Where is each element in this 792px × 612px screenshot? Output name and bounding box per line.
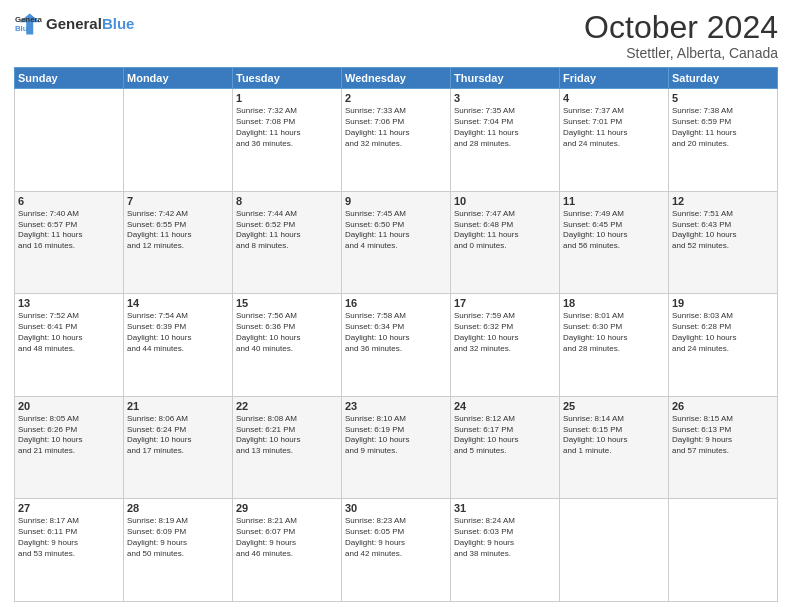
day-number: 10 [454, 195, 556, 207]
calendar-cell: 26Sunrise: 8:15 AM Sunset: 6:13 PM Dayli… [669, 396, 778, 499]
day-detail: Sunrise: 8:19 AM Sunset: 6:09 PM Dayligh… [127, 516, 229, 559]
logo-icon: General Blue [14, 10, 42, 38]
day-number: 12 [672, 195, 774, 207]
day-detail: Sunrise: 7:47 AM Sunset: 6:48 PM Dayligh… [454, 209, 556, 252]
calendar-cell: 1Sunrise: 7:32 AM Sunset: 7:08 PM Daylig… [233, 89, 342, 192]
calendar-day-header: Saturday [669, 68, 778, 89]
location: Stettler, Alberta, Canada [584, 45, 778, 61]
month-title: October 2024 [584, 10, 778, 45]
day-number: 14 [127, 297, 229, 309]
day-detail: Sunrise: 8:10 AM Sunset: 6:19 PM Dayligh… [345, 414, 447, 457]
calendar-cell: 18Sunrise: 8:01 AM Sunset: 6:30 PM Dayli… [560, 294, 669, 397]
calendar: SundayMondayTuesdayWednesdayThursdayFrid… [14, 67, 778, 602]
calendar-week-row: 20Sunrise: 8:05 AM Sunset: 6:26 PM Dayli… [15, 396, 778, 499]
logo-general: General [46, 15, 102, 32]
day-detail: Sunrise: 7:45 AM Sunset: 6:50 PM Dayligh… [345, 209, 447, 252]
calendar-cell: 5Sunrise: 7:38 AM Sunset: 6:59 PM Daylig… [669, 89, 778, 192]
day-detail: Sunrise: 7:37 AM Sunset: 7:01 PM Dayligh… [563, 106, 665, 149]
day-detail: Sunrise: 7:49 AM Sunset: 6:45 PM Dayligh… [563, 209, 665, 252]
day-detail: Sunrise: 8:12 AM Sunset: 6:17 PM Dayligh… [454, 414, 556, 457]
calendar-cell: 12Sunrise: 7:51 AM Sunset: 6:43 PM Dayli… [669, 191, 778, 294]
calendar-cell [560, 499, 669, 602]
day-number: 24 [454, 400, 556, 412]
calendar-week-row: 6Sunrise: 7:40 AM Sunset: 6:57 PM Daylig… [15, 191, 778, 294]
logo-text: GeneralBlue [46, 15, 134, 33]
day-detail: Sunrise: 7:38 AM Sunset: 6:59 PM Dayligh… [672, 106, 774, 149]
day-detail: Sunrise: 8:01 AM Sunset: 6:30 PM Dayligh… [563, 311, 665, 354]
calendar-day-header: Friday [560, 68, 669, 89]
day-number: 31 [454, 502, 556, 514]
day-number: 15 [236, 297, 338, 309]
day-detail: Sunrise: 8:17 AM Sunset: 6:11 PM Dayligh… [18, 516, 120, 559]
header: General Blue GeneralBlue October 2024 St… [14, 10, 778, 61]
calendar-cell: 9Sunrise: 7:45 AM Sunset: 6:50 PM Daylig… [342, 191, 451, 294]
calendar-day-header: Monday [124, 68, 233, 89]
day-number: 25 [563, 400, 665, 412]
day-number: 29 [236, 502, 338, 514]
day-number: 27 [18, 502, 120, 514]
title-block: October 2024 Stettler, Alberta, Canada [584, 10, 778, 61]
calendar-day-header: Tuesday [233, 68, 342, 89]
calendar-cell [15, 89, 124, 192]
day-detail: Sunrise: 7:52 AM Sunset: 6:41 PM Dayligh… [18, 311, 120, 354]
day-number: 28 [127, 502, 229, 514]
calendar-cell: 23Sunrise: 8:10 AM Sunset: 6:19 PM Dayli… [342, 396, 451, 499]
calendar-cell: 8Sunrise: 7:44 AM Sunset: 6:52 PM Daylig… [233, 191, 342, 294]
day-number: 5 [672, 92, 774, 104]
calendar-cell: 4Sunrise: 7:37 AM Sunset: 7:01 PM Daylig… [560, 89, 669, 192]
calendar-day-header: Wednesday [342, 68, 451, 89]
calendar-cell: 22Sunrise: 8:08 AM Sunset: 6:21 PM Dayli… [233, 396, 342, 499]
day-detail: Sunrise: 7:35 AM Sunset: 7:04 PM Dayligh… [454, 106, 556, 149]
calendar-day-header: Sunday [15, 68, 124, 89]
calendar-cell [669, 499, 778, 602]
day-number: 16 [345, 297, 447, 309]
day-detail: Sunrise: 8:15 AM Sunset: 6:13 PM Dayligh… [672, 414, 774, 457]
calendar-cell: 28Sunrise: 8:19 AM Sunset: 6:09 PM Dayli… [124, 499, 233, 602]
calendar-cell: 29Sunrise: 8:21 AM Sunset: 6:07 PM Dayli… [233, 499, 342, 602]
day-detail: Sunrise: 7:51 AM Sunset: 6:43 PM Dayligh… [672, 209, 774, 252]
calendar-week-row: 1Sunrise: 7:32 AM Sunset: 7:08 PM Daylig… [15, 89, 778, 192]
day-number: 7 [127, 195, 229, 207]
day-number: 19 [672, 297, 774, 309]
day-number: 11 [563, 195, 665, 207]
calendar-cell: 19Sunrise: 8:03 AM Sunset: 6:28 PM Dayli… [669, 294, 778, 397]
day-number: 18 [563, 297, 665, 309]
calendar-cell: 2Sunrise: 7:33 AM Sunset: 7:06 PM Daylig… [342, 89, 451, 192]
svg-text:General: General [15, 15, 42, 24]
calendar-cell: 11Sunrise: 7:49 AM Sunset: 6:45 PM Dayli… [560, 191, 669, 294]
calendar-week-row: 13Sunrise: 7:52 AM Sunset: 6:41 PM Dayli… [15, 294, 778, 397]
calendar-week-row: 27Sunrise: 8:17 AM Sunset: 6:11 PM Dayli… [15, 499, 778, 602]
calendar-cell: 31Sunrise: 8:24 AM Sunset: 6:03 PM Dayli… [451, 499, 560, 602]
day-detail: Sunrise: 8:08 AM Sunset: 6:21 PM Dayligh… [236, 414, 338, 457]
calendar-cell: 24Sunrise: 8:12 AM Sunset: 6:17 PM Dayli… [451, 396, 560, 499]
calendar-cell: 30Sunrise: 8:23 AM Sunset: 6:05 PM Dayli… [342, 499, 451, 602]
day-number: 4 [563, 92, 665, 104]
day-number: 1 [236, 92, 338, 104]
logo-blue: Blue [102, 15, 135, 32]
day-number: 20 [18, 400, 120, 412]
day-detail: Sunrise: 7:44 AM Sunset: 6:52 PM Dayligh… [236, 209, 338, 252]
day-number: 17 [454, 297, 556, 309]
day-detail: Sunrise: 8:03 AM Sunset: 6:28 PM Dayligh… [672, 311, 774, 354]
day-detail: Sunrise: 8:05 AM Sunset: 6:26 PM Dayligh… [18, 414, 120, 457]
calendar-cell: 6Sunrise: 7:40 AM Sunset: 6:57 PM Daylig… [15, 191, 124, 294]
calendar-cell: 14Sunrise: 7:54 AM Sunset: 6:39 PM Dayli… [124, 294, 233, 397]
day-detail: Sunrise: 7:59 AM Sunset: 6:32 PM Dayligh… [454, 311, 556, 354]
day-detail: Sunrise: 7:56 AM Sunset: 6:36 PM Dayligh… [236, 311, 338, 354]
calendar-cell: 21Sunrise: 8:06 AM Sunset: 6:24 PM Dayli… [124, 396, 233, 499]
calendar-cell [124, 89, 233, 192]
day-number: 2 [345, 92, 447, 104]
calendar-cell: 15Sunrise: 7:56 AM Sunset: 6:36 PM Dayli… [233, 294, 342, 397]
day-detail: Sunrise: 8:06 AM Sunset: 6:24 PM Dayligh… [127, 414, 229, 457]
day-detail: Sunrise: 8:24 AM Sunset: 6:03 PM Dayligh… [454, 516, 556, 559]
day-number: 26 [672, 400, 774, 412]
day-detail: Sunrise: 7:33 AM Sunset: 7:06 PM Dayligh… [345, 106, 447, 149]
day-number: 30 [345, 502, 447, 514]
day-detail: Sunrise: 7:42 AM Sunset: 6:55 PM Dayligh… [127, 209, 229, 252]
day-number: 13 [18, 297, 120, 309]
day-detail: Sunrise: 7:40 AM Sunset: 6:57 PM Dayligh… [18, 209, 120, 252]
calendar-cell: 17Sunrise: 7:59 AM Sunset: 6:32 PM Dayli… [451, 294, 560, 397]
day-detail: Sunrise: 7:54 AM Sunset: 6:39 PM Dayligh… [127, 311, 229, 354]
day-detail: Sunrise: 7:32 AM Sunset: 7:08 PM Dayligh… [236, 106, 338, 149]
day-number: 6 [18, 195, 120, 207]
